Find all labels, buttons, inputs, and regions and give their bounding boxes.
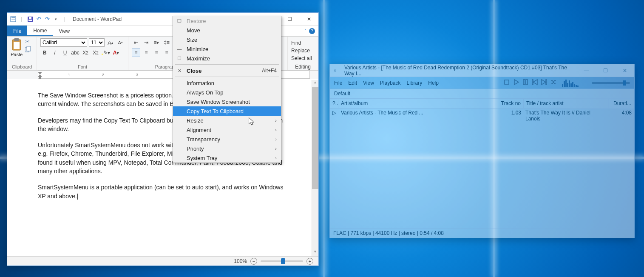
find-button[interactable]: Find: [291, 39, 315, 47]
svg-rect-5: [28, 20, 32, 21]
tab-file[interactable]: File: [7, 26, 27, 36]
col-artist[interactable]: Artist/album: [338, 99, 498, 108]
bullets-icon[interactable]: ≡▾: [152, 38, 161, 47]
zoom-in-button[interactable]: +: [306, 258, 313, 265]
save-icon[interactable]: [27, 16, 34, 23]
ribbon-collapse-icon[interactable]: ˄: [304, 29, 306, 33]
paste-button[interactable]: Paste: [11, 38, 23, 57]
wordpad-app-icon[interactable]: [10, 16, 17, 23]
random-icon[interactable]: [550, 79, 557, 87]
menu-priority[interactable]: Priority›: [173, 144, 281, 153]
redo-icon[interactable]: ↷: [44, 16, 51, 23]
menu-alignment[interactable]: Alignment›: [173, 125, 281, 134]
svg-rect-22: [526, 80, 528, 85]
help-icon[interactable]: ?: [309, 28, 315, 34]
scrollbar-thumb[interactable]: [312, 87, 318, 189]
clipboard-group-label: Clipboard: [11, 63, 33, 69]
col-trackno[interactable]: Track no: [498, 99, 524, 108]
system-menu: ❐Restore Move Size —Minimize ☐Maximize ✕…: [173, 16, 281, 163]
font-name-select[interactable]: Calibri: [40, 38, 87, 47]
grow-font-icon[interactable]: A▴: [106, 38, 115, 47]
line-spacing-icon[interactable]: ‡≡: [162, 38, 171, 47]
align-justify-icon[interactable]: ≡: [162, 49, 171, 57]
play-icon[interactable]: [513, 79, 519, 87]
menu-copy-text[interactable]: Copy Text To Clipboard: [173, 106, 281, 116]
playlist-tab[interactable]: Default: [330, 89, 634, 99]
vertical-scrollbar[interactable]: ▴ ▾: [312, 80, 318, 256]
menu-save-screenshot[interactable]: Save Window Screenshot: [173, 97, 281, 106]
col-playing[interactable]: ?..: [330, 99, 338, 108]
close-button[interactable]: ✕: [615, 64, 634, 77]
menu-playback[interactable]: Playback: [380, 80, 401, 86]
col-title[interactable]: Title / track artist: [524, 99, 609, 108]
menu-maximize[interactable]: ☐Maximize: [173, 54, 281, 63]
visualizer: [562, 79, 586, 87]
close-button[interactable]: ✕: [299, 13, 318, 25]
chevron-right-icon: ›: [275, 137, 277, 142]
svg-rect-21: [523, 80, 525, 85]
menu-always-on-top[interactable]: Always On Top: [173, 88, 281, 97]
volume-slider[interactable]: [592, 82, 630, 84]
underline-button[interactable]: U: [61, 49, 69, 57]
playlist-header[interactable]: ?.. Artist/album Track no Title / track …: [330, 99, 634, 109]
maximize-button[interactable]: ☐: [280, 13, 299, 25]
playlist-body[interactable]: ▷ Various Artists - The Music of Red ...…: [330, 109, 634, 228]
zoom-out-button[interactable]: −: [250, 258, 257, 265]
increase-indent-icon[interactable]: ⇥: [142, 38, 150, 47]
copy-icon[interactable]: [25, 46, 33, 53]
editing-group-label: Editing: [291, 63, 315, 71]
highlight-icon[interactable]: ✎▾: [102, 49, 110, 57]
superscript-button[interactable]: X2: [91, 49, 100, 57]
zoom-slider[interactable]: [261, 260, 303, 262]
col-duration[interactable]: Durati...: [609, 99, 634, 108]
svg-rect-17: [39, 77, 41, 79]
strikethrough-button[interactable]: abc: [71, 49, 79, 57]
menu-size[interactable]: Size: [173, 35, 281, 44]
menu-file[interactable]: File: [334, 80, 342, 86]
menu-move[interactable]: Move: [173, 26, 281, 35]
next-icon[interactable]: [541, 79, 548, 87]
tab-view[interactable]: View: [53, 26, 76, 36]
status-bar: 100% − +: [7, 256, 318, 266]
font-size-select[interactable]: 11: [89, 38, 105, 47]
undo-icon[interactable]: ↶: [35, 16, 42, 23]
shrink-font-icon[interactable]: A▾: [116, 38, 125, 47]
menu-minimize[interactable]: —Minimize: [173, 44, 281, 54]
menu-edit[interactable]: Edit: [348, 80, 357, 86]
decrease-indent-icon[interactable]: ⇤: [132, 38, 140, 47]
bold-button[interactable]: B: [40, 49, 49, 57]
align-center-icon[interactable]: ≡: [142, 49, 150, 57]
align-left-icon[interactable]: ≡: [132, 49, 140, 57]
menu-help[interactable]: Help: [428, 80, 439, 86]
menu-restore[interactable]: ❐Restore: [173, 16, 281, 26]
stop-icon[interactable]: [503, 79, 510, 87]
select-all-button[interactable]: Select all: [291, 54, 315, 62]
menu-transparency[interactable]: Transparency›: [173, 134, 281, 144]
subscript-button[interactable]: X2: [81, 49, 90, 57]
qat-dropdown-icon[interactable]: ▾: [52, 16, 59, 23]
foobar-app-icon: ႔: [332, 67, 339, 74]
playlist-row[interactable]: ▷ Various Artists - The Music of Red ...…: [330, 109, 634, 123]
svg-marker-16: [38, 74, 42, 77]
indent-marker-icon[interactable]: [38, 70, 43, 80]
menu-information[interactable]: Information: [173, 78, 281, 88]
zoom-label: 100%: [234, 258, 247, 264]
replace-button[interactable]: Replace: [291, 47, 315, 54]
align-right-icon[interactable]: ≡: [152, 49, 161, 57]
cut-icon[interactable]: ✂: [25, 38, 33, 45]
minimize-button[interactable]: —: [577, 64, 596, 77]
font-color-icon[interactable]: A▾: [112, 49, 120, 57]
menu-library[interactable]: Library: [407, 80, 423, 86]
clipboard-icon: [11, 38, 22, 51]
menu-resize[interactable]: Resize›: [173, 116, 281, 125]
tab-home[interactable]: Home: [27, 26, 53, 36]
menu-view[interactable]: View: [363, 80, 374, 86]
foobar-titlebar[interactable]: ႔ Various Artists - [The Music of Red De…: [330, 64, 634, 77]
menu-close[interactable]: ✕CloseAlt+F4: [173, 66, 281, 75]
svg-rect-1: [11, 17, 15, 18]
italic-button[interactable]: I: [51, 49, 59, 57]
pause-icon[interactable]: [522, 79, 529, 87]
maximize-button[interactable]: ☐: [596, 64, 615, 77]
prev-icon[interactable]: [531, 79, 538, 87]
menu-system-tray[interactable]: System Tray›: [173, 153, 281, 163]
